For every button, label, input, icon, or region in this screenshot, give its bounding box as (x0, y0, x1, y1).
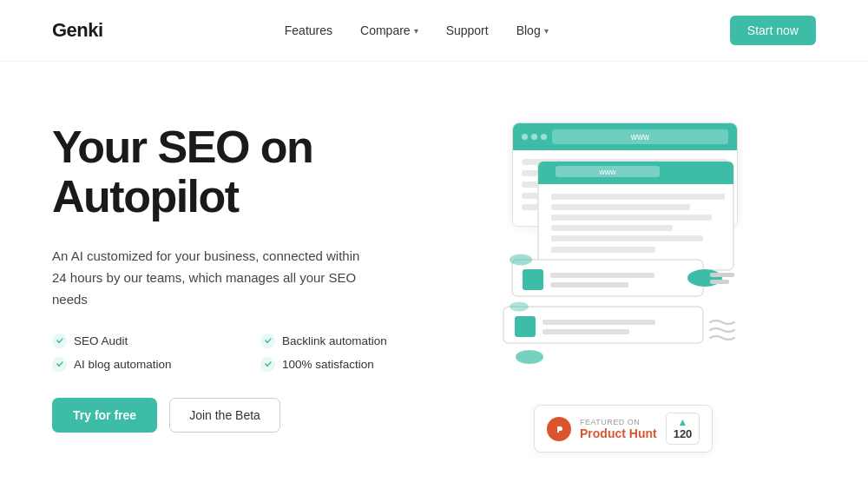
logo[interactable]: Genki (52, 19, 103, 42)
product-hunt-logo (547, 417, 571, 441)
cta-buttons: Try for free Join the Beta (52, 398, 451, 433)
product-hunt-text: FEATURED ON Product Hunt (580, 418, 657, 440)
svg-text:www: www (598, 168, 616, 176)
join-beta-button[interactable]: Join the Beta (169, 398, 280, 433)
hero-subtitle: An AI customized for your business, conn… (52, 246, 365, 310)
hero-title: Your SEO on Autopilot (52, 122, 451, 221)
product-hunt-count: ▲ 120 (666, 413, 700, 445)
nav-compare[interactable]: Compare ▾ (360, 23, 418, 37)
svg-point-24 (510, 302, 529, 312)
check-icon (260, 357, 275, 372)
nav-links: Features Compare ▾ Support Blog ▾ (285, 23, 549, 37)
check-icon (52, 357, 67, 372)
product-hunt-name: Product Hunt (580, 426, 657, 440)
svg-rect-16 (710, 273, 734, 277)
nav-start-button[interactable]: Start now (730, 16, 816, 45)
feature-satisfaction: 100% satisfaction (260, 357, 451, 372)
svg-rect-7 (551, 215, 712, 221)
main-content: Your SEO on Autopilot An AI customized f… (0, 62, 868, 461)
check-icon (52, 334, 67, 348)
svg-point-23 (510, 254, 532, 266)
svg-rect-19 (515, 316, 536, 337)
chevron-down-icon: ▾ (544, 26, 549, 36)
svg-rect-9 (551, 235, 703, 241)
svg-rect-21 (542, 329, 629, 334)
svg-rect-26 (557, 429, 559, 433)
product-hunt-badge[interactable]: FEATURED ON Product Hunt ▲ 120 (534, 405, 713, 453)
svg-rect-8 (551, 225, 673, 231)
product-hunt-number: 120 (674, 427, 693, 440)
try-free-button[interactable]: Try for free (52, 398, 157, 433)
chevron-down-icon: ▾ (414, 26, 418, 36)
svg-rect-13 (550, 273, 654, 278)
feature-backlink: Backlink automation (260, 334, 451, 348)
hero-left: Your SEO on Autopilot An AI customized f… (52, 114, 451, 433)
svg-rect-10 (551, 247, 655, 253)
nav-features[interactable]: Features (285, 23, 332, 37)
nav-support[interactable]: Support (446, 23, 489, 37)
svg-rect-6 (551, 204, 690, 210)
navbar: Genki Features Compare ▾ Support Blog ▾ … (0, 0, 868, 62)
feature-ai-blog: AI blog automation (52, 357, 243, 372)
upvote-arrow-icon: ▲ (678, 417, 688, 427)
illustration-svg: www (486, 114, 746, 426)
svg-rect-14 (550, 282, 628, 287)
feature-seo-audit: SEO Audit (52, 334, 243, 348)
svg-point-22 (516, 350, 543, 364)
svg-rect-5 (551, 194, 725, 200)
svg-rect-17 (710, 280, 729, 284)
check-icon (260, 334, 275, 348)
nav-blog[interactable]: Blog ▾ (516, 23, 549, 37)
svg-rect-12 (523, 269, 543, 290)
hero-illustration: www www (486, 114, 816, 461)
product-hunt-label: FEATURED ON (580, 418, 657, 426)
features-grid: SEO Audit Backlink automation AI blog au… (52, 334, 451, 372)
svg-rect-20 (542, 320, 655, 325)
